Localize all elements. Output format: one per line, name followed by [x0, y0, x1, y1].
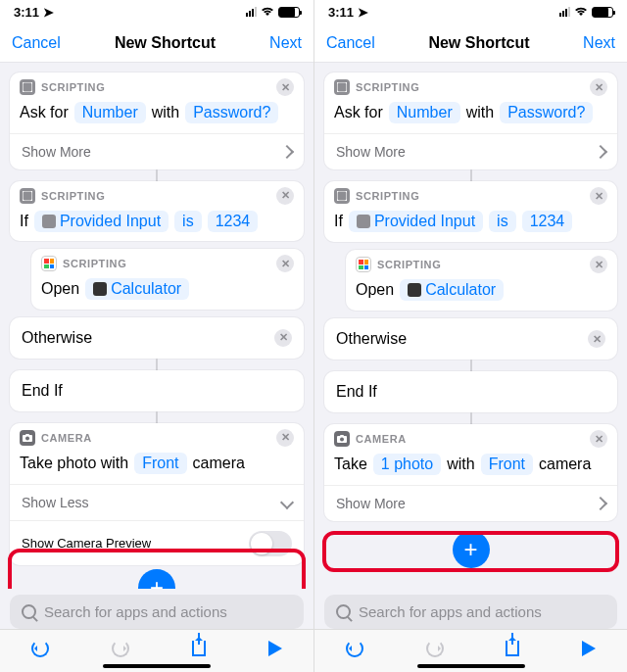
param-camera[interactable]: Front: [481, 454, 533, 475]
screen-left: 3:11 ➤ Cancel New Shortcut Next SCRIPTIN…: [0, 0, 314, 672]
category-label: CAMERA: [41, 432, 92, 444]
action-ask-input[interactable]: SCRIPTING ✕ Ask for Number with Password…: [10, 72, 304, 169]
category-label: SCRIPTING: [41, 190, 105, 202]
text: End If: [336, 383, 377, 401]
add-action-button[interactable]: +: [138, 569, 175, 589]
location-icon: ➤: [358, 5, 368, 20]
show-less-label: Show Less: [22, 495, 88, 510]
search-icon: [336, 604, 351, 619]
search-placeholder: Search for apps and actions: [44, 603, 227, 620]
show-more-row[interactable]: Show More: [324, 133, 617, 169]
status-bar: 3:11 ➤: [0, 0, 314, 24]
show-more-label: Show More: [336, 144, 406, 160]
param-app[interactable]: Calculator: [400, 279, 504, 301]
run-button[interactable]: [268, 641, 282, 661]
delete-action-button[interactable]: ✕: [590, 187, 607, 205]
delete-action-button[interactable]: ✕: [276, 255, 294, 272]
param-if-input[interactable]: Provided Input: [34, 211, 169, 232]
apps-icon: [41, 256, 57, 271]
cellular-icon: [559, 7, 570, 17]
text: Open: [41, 280, 79, 298]
scripting-icon: [20, 79, 35, 95]
search-bar[interactable]: Search for apps and actions: [324, 595, 617, 629]
show-more-label: Show More: [336, 496, 406, 511]
cellular-icon: [246, 7, 257, 17]
param-input-type[interactable]: Number: [74, 102, 146, 123]
delete-action-button[interactable]: ✕: [276, 78, 294, 96]
delete-action-button[interactable]: ✕: [276, 429, 294, 447]
camera-icon: [334, 431, 350, 447]
actions-list: SCRIPTING ✕ Ask for Number with Password…: [0, 63, 314, 589]
action-take-photo[interactable]: CAMERA ✕ Take photo with Front camera Sh…: [10, 423, 304, 565]
search-bar[interactable]: Search for apps and actions: [10, 595, 304, 629]
param-camera[interactable]: Front: [134, 453, 186, 474]
action-open-app[interactable]: SCRIPTING ✕ Open Calculator: [31, 249, 304, 310]
home-indicator: [103, 664, 211, 668]
action-endif[interactable]: End If: [10, 370, 304, 411]
actions-list: SCRIPTING ✕ Ask for Number with Password…: [314, 63, 627, 589]
text: If: [20, 213, 28, 230]
action-take-photo[interactable]: CAMERA ✕ Take 1 photo with Front camera …: [324, 424, 617, 521]
text: Otherwise: [336, 330, 407, 348]
text: with: [466, 104, 494, 121]
svg-point-4: [25, 436, 29, 440]
apps-icon: [356, 257, 371, 272]
show-less-row[interactable]: Show Less: [10, 484, 304, 520]
show-more-row[interactable]: Show More: [10, 133, 304, 169]
text: camera: [193, 455, 245, 472]
param-condition[interactable]: is: [489, 211, 516, 232]
next-button[interactable]: Next: [269, 34, 302, 52]
delete-action-button[interactable]: ✕: [590, 78, 607, 96]
delete-action-button[interactable]: ✕: [590, 430, 607, 448]
search-icon: [22, 604, 36, 619]
status-right: [246, 5, 300, 20]
show-more-row[interactable]: Show More: [324, 485, 617, 521]
text: with: [447, 456, 474, 473]
clock: 3:11: [14, 5, 39, 20]
calculator-icon: [408, 283, 421, 297]
action-if[interactable]: SCRIPTING ✕ If Provided Input is 1234: [324, 181, 617, 242]
chevron-right-icon: [596, 496, 605, 511]
share-button[interactable]: [192, 641, 206, 661]
status-bar: 3:11 ➤: [314, 0, 627, 24]
delete-action-button[interactable]: ✕: [590, 256, 607, 273]
cancel-button[interactable]: Cancel: [326, 34, 375, 52]
variable-icon: [42, 215, 56, 228]
scripting-icon: [334, 79, 350, 95]
param-prompt[interactable]: Password?: [185, 102, 278, 123]
action-open-app[interactable]: SCRIPTING ✕ Open Calculator: [346, 250, 617, 311]
param-condition[interactable]: is: [174, 211, 202, 232]
undo-button[interactable]: [31, 640, 49, 662]
param-if-input[interactable]: Provided Input: [349, 211, 483, 232]
run-button[interactable]: [582, 641, 596, 661]
action-otherwise[interactable]: Otherwise ✕: [10, 317, 304, 359]
switch-off[interactable]: [249, 531, 292, 556]
undo-button[interactable]: [346, 640, 363, 662]
clock: 3:11: [328, 5, 354, 20]
show-more-label: Show More: [22, 144, 91, 160]
next-button[interactable]: Next: [583, 34, 615, 52]
param-count[interactable]: 1 photo: [373, 454, 441, 475]
scripting-icon: [334, 188, 350, 204]
param-app[interactable]: Calculator: [85, 278, 189, 300]
action-if[interactable]: SCRIPTING ✕ If Provided Input is 1234: [10, 181, 304, 242]
action-ask-input[interactable]: SCRIPTING ✕ Ask for Number with Password…: [324, 72, 617, 169]
param-input-type[interactable]: Number: [389, 102, 460, 123]
action-otherwise[interactable]: Otherwise ✕: [324, 318, 617, 360]
delete-action-button[interactable]: ✕: [588, 330, 605, 348]
delete-action-button[interactable]: ✕: [274, 329, 292, 347]
category-label: SCRIPTING: [41, 81, 105, 93]
param-value[interactable]: 1234: [208, 211, 259, 232]
action-endif[interactable]: End If: [324, 371, 617, 412]
svg-point-9: [340, 438, 344, 442]
category-label: SCRIPTING: [377, 259, 441, 270]
param-value[interactable]: 1234: [522, 211, 573, 232]
toggle-camera-preview[interactable]: Show Camera Preview: [10, 520, 304, 565]
add-action-button[interactable]: +: [453, 531, 490, 568]
svg-rect-3: [25, 434, 29, 436]
delete-action-button[interactable]: ✕: [276, 187, 294, 205]
toggle-label: Show Camera Preview: [22, 536, 151, 551]
share-button[interactable]: [506, 641, 519, 661]
cancel-button[interactable]: Cancel: [12, 34, 61, 52]
param-prompt[interactable]: Password?: [500, 102, 593, 123]
